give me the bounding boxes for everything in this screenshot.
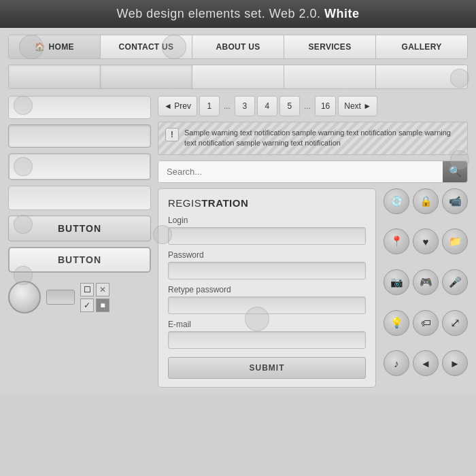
text-input-4[interactable] (8, 186, 151, 210)
checkbox-check[interactable]: ✓ (80, 299, 94, 312)
cd-icon[interactable]: 💿 (384, 188, 409, 214)
nav-services-label: SERVICES (309, 42, 352, 52)
camera-icon[interactable]: 📷 (384, 269, 409, 295)
tab-item-3[interactable] (192, 65, 284, 88)
checkbox-group: ☐ ✕ ✓ ■ (80, 283, 109, 312)
search-button[interactable]: 🔍 (443, 161, 467, 182)
registration-form: REGISTRATION Login Password Retype passw… (158, 188, 376, 388)
nav-about-label: ABOUT US (216, 42, 260, 52)
main-content: 🏠 HOME CONTACT US ABOUT US SERVICES GALL… (0, 28, 476, 394)
warning-icon: ! (165, 128, 179, 141)
expand-icon[interactable]: ⤢ (442, 310, 468, 336)
title-bar: Web design elements set. Web 2.0. White (0, 0, 476, 28)
icon-grid: 💿 🔒 📹 📍 ♥ 📁 📷 🎮 🎤 💡 🏷 ⤢ ♪ ◄ ► (384, 188, 468, 388)
dots-2: ... (302, 101, 313, 111)
tab-item-2[interactable] (101, 65, 192, 88)
nav-home-label: HOME (49, 42, 74, 52)
page-3[interactable]: 3 (235, 96, 255, 116)
page-16[interactable]: 16 (315, 96, 336, 116)
gamepad-icon[interactable]: 🎮 (413, 269, 439, 295)
nav-gallery-label: GALLERY (402, 42, 442, 52)
page-4[interactable]: 4 (257, 96, 277, 116)
text-input-2[interactable] (8, 124, 151, 148)
button-2[interactable]: BUTTON (8, 247, 151, 273)
circle-button[interactable] (8, 281, 41, 313)
page-5[interactable]: 5 (279, 96, 300, 116)
nav-item-gallery[interactable]: GALLERY (376, 35, 467, 58)
login-input[interactable] (168, 227, 366, 245)
reg-title: REGISTRATION (168, 197, 366, 209)
tab-bar (8, 65, 468, 89)
retype-label: Retype password (168, 285, 366, 294)
toggle-switch[interactable] (46, 290, 75, 305)
tab-item-4[interactable] (284, 65, 376, 88)
checkbox-cross[interactable]: ✕ (96, 283, 109, 296)
submit-button[interactable]: SUBMIT (168, 357, 366, 379)
arrow-left-icon[interactable]: ◄ (413, 350, 439, 376)
email-label: E-mail (168, 320, 366, 329)
warning-text: Sample warning text notification sample … (184, 128, 460, 149)
warning-box: ! Sample warning text notification sampl… (158, 122, 468, 155)
login-label: Login (168, 216, 366, 225)
nav-item-home[interactable]: 🏠 HOME (9, 35, 101, 58)
lock-icon[interactable]: 🔒 (413, 188, 439, 214)
right-section: REGISTRATION Login Password Retype passw… (158, 188, 468, 388)
music-icon[interactable]: ♪ (384, 350, 409, 376)
password-input[interactable] (168, 262, 366, 279)
retype-input[interactable] (168, 296, 366, 314)
search-input[interactable] (158, 161, 443, 182)
nav-contact-label: CONTACT US (119, 42, 174, 52)
next-button[interactable]: Next ► (338, 96, 377, 116)
search-bar: 🔍 (158, 160, 468, 183)
pagination: ◄ Prev 1 ... 3 4 5 ... 16 Next ► (158, 96, 468, 116)
left-column: BUTTON BUTTON ☐ ✕ ✓ ■ (8, 96, 151, 388)
tab-item-5[interactable] (376, 65, 467, 88)
two-col-layout: BUTTON BUTTON ☐ ✕ ✓ ■ ◄ Prev 1 ... (8, 96, 468, 388)
bulb-icon[interactable]: 💡 (384, 310, 409, 336)
right-column: ◄ Prev 1 ... 3 4 5 ... 16 Next ► ! Sampl… (158, 96, 468, 388)
title-text: Web design elements set. Web 2.0. (116, 7, 320, 20)
arrow-right-icon[interactable]: ► (442, 350, 468, 376)
pin-icon[interactable]: 📍 (384, 228, 409, 254)
text-input-1[interactable] (8, 96, 151, 119)
dots-1: ... (222, 101, 233, 111)
checkbox-dark[interactable]: ■ (96, 299, 109, 312)
reg-title-bold: TRATION (201, 197, 248, 209)
page-1[interactable]: 1 (199, 96, 220, 116)
nav-bar: 🏠 HOME CONTACT US ABOUT US SERVICES GALL… (8, 35, 468, 59)
nav-item-services[interactable]: SERVICES (284, 35, 376, 58)
password-label: Password (168, 250, 366, 260)
mic-icon[interactable]: 🎤 (442, 269, 468, 295)
nav-item-contact[interactable]: CONTACT US (101, 35, 192, 58)
email-input[interactable] (168, 331, 366, 349)
tab-item-1[interactable] (9, 65, 101, 88)
tag-icon[interactable]: 🏷 (413, 310, 439, 336)
title-bold: White (324, 7, 360, 20)
prev-button[interactable]: ◄ Prev (158, 96, 197, 116)
checkbox-empty[interactable]: ☐ (80, 283, 94, 296)
controls-row: ☐ ✕ ✓ ■ (8, 281, 151, 313)
heart-icon[interactable]: ♥ (413, 228, 439, 254)
button-1[interactable]: BUTTON (8, 216, 151, 241)
text-input-3[interactable] (8, 153, 151, 180)
video-icon[interactable]: 📹 (442, 188, 468, 214)
nav-item-about[interactable]: ABOUT US (192, 35, 284, 58)
reg-title-normal: REGIS (168, 197, 201, 209)
home-icon: 🏠 (35, 42, 45, 52)
folder-icon[interactable]: 📁 (442, 228, 468, 254)
